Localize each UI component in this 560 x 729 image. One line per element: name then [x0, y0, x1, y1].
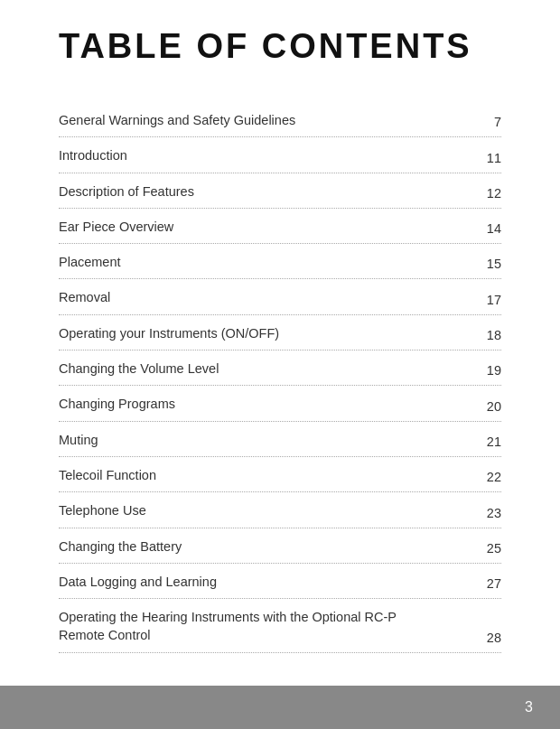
toc-item-page: 22: [474, 470, 501, 484]
toc-item-label: Changing the Battery: [59, 537, 438, 556]
footer-bar: 3: [0, 686, 560, 729]
toc-item-label: Operating your Instruments (ON/OFF): [59, 324, 438, 342]
toc-item-page: 15: [474, 257, 501, 271]
toc-item-label: Description of Features: [59, 182, 438, 201]
toc-item-page: 20: [474, 399, 501, 414]
toc-item: Telecoil Function22: [59, 457, 501, 492]
toc-item-label: Placement: [59, 253, 438, 271]
toc-item-page: 17: [474, 293, 501, 307]
toc-item-page: 19: [474, 363, 501, 378]
toc-item-page: 27: [474, 576, 501, 591]
toc-item-page: 25: [474, 541, 501, 556]
toc-item-label: Changing the Volume Level: [59, 360, 438, 378]
toc-item-label: Data Logging and Learning: [59, 573, 438, 591]
toc-item-page: 11: [474, 151, 501, 165]
toc-item-page: 7: [474, 115, 501, 129]
toc-item-label: Removal: [59, 288, 438, 306]
toc-item: Changing the Volume Level19: [59, 350, 501, 386]
toc-item-label: Introduction: [59, 146, 438, 164]
toc-item: Operating the Hearing Instruments with t…: [59, 599, 501, 653]
toc-item: Operating your Instruments (ON/OFF)18: [59, 315, 501, 350]
toc-item-page: 14: [474, 221, 501, 236]
toc-item: Telephone Use23: [59, 492, 501, 528]
toc-item: Description of Features12: [59, 173, 501, 209]
toc-item: Introduction11: [59, 137, 501, 173]
toc-item: Muting21: [59, 422, 501, 457]
toc-item-label: General Warnings and Safety Guidelines: [59, 111, 438, 129]
page-number: 3: [525, 699, 533, 715]
toc-item-label: Telephone Use: [59, 501, 438, 519]
page-container: TABLE OF CONTENTS General Warnings and S…: [0, 0, 560, 729]
toc-item: Changing Programs20: [59, 386, 501, 421]
toc-item: Data Logging and Learning27: [59, 564, 501, 599]
toc-list: General Warnings and Safety Guidelines7I…: [59, 102, 501, 653]
toc-item-page: 23: [474, 506, 501, 520]
toc-item-page: 18: [474, 328, 501, 342]
toc-item-page: 21: [474, 435, 501, 449]
toc-item-label: Ear Piece Overview: [59, 218, 438, 236]
toc-item-page: 12: [474, 186, 501, 201]
toc-item: Removal17: [59, 279, 501, 314]
toc-item: General Warnings and Safety Guidelines7: [59, 102, 501, 137]
content-area: TABLE OF CONTENTS General Warnings and S…: [0, 0, 560, 686]
toc-item-label: Operating the Hearing Instruments with t…: [59, 608, 438, 645]
toc-item: Placement15: [59, 244, 501, 279]
toc-item-label: Telecoil Function: [59, 466, 438, 484]
toc-item-page: 28: [474, 631, 501, 645]
toc-item-label: Muting: [59, 431, 438, 449]
page-title: TABLE OF CONTENTS: [59, 27, 501, 66]
toc-item: Ear Piece Overview14: [59, 209, 501, 244]
toc-item-label: Changing Programs: [59, 395, 438, 413]
toc-item: Changing the Battery25: [59, 528, 501, 564]
